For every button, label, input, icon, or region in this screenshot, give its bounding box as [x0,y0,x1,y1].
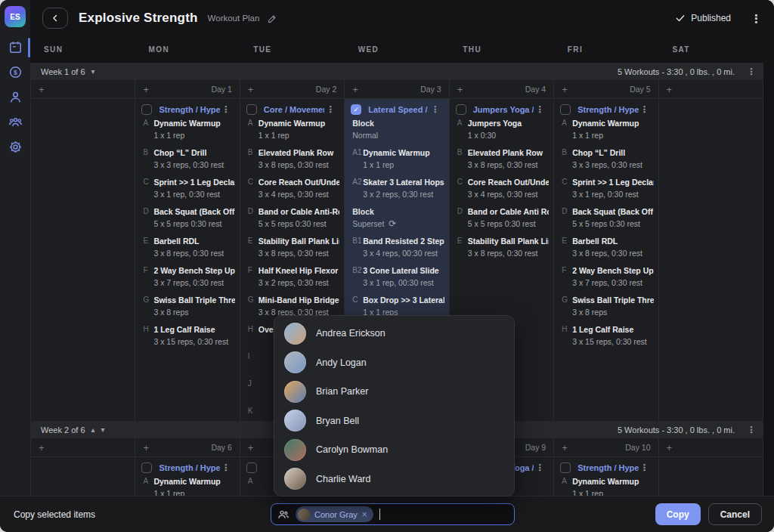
exercise-row[interactable]: AJumpers Yoga1 x 0:30 [450,118,549,141]
add-workout-icon[interactable]: + [667,443,673,453]
block-mode: Normal [352,131,444,141]
add-workout-icon[interactable]: + [667,85,673,94]
exercise-row[interactable]: ADynamic Warmup1 x 1 rep [135,118,234,141]
exercise-row[interactable]: ADynamic Warmup1 x 1 rep [240,118,339,141]
workout-checkbox[interactable] [560,462,571,473]
remove-chip-icon[interactable]: × [362,510,367,519]
back-button[interactable] [42,8,68,29]
workout-card[interactable]: Strength / Hypertro...⋮ADynamic Warmup1 … [135,457,239,496]
add-workout-icon[interactable]: + [562,443,568,453]
teams-icon[interactable] [5,113,26,131]
athlete-option[interactable]: Andy Logan [274,348,514,378]
settings-icon[interactable] [5,138,26,156]
workout-menu-icon[interactable]: ⋮ [534,463,546,472]
selected-athlete-chip[interactable]: Conor Gray × [296,506,373,522]
exercise-row[interactable]: EBarbell RDL3 x 8 reps, 0:30 rest [554,236,653,258]
exercise-row[interactable]: B23 Cone Lateral Slide3 x 1 rep, 00:30 r… [345,265,444,288]
workout-menu-icon[interactable]: ⋮ [324,105,336,114]
workout-card[interactable]: Jumpers Yoga / Core⋮AJumpers Yoga1 x 0:3… [450,99,553,270]
workout-checkbox[interactable] [141,462,152,473]
exercise-row[interactable]: H1 Leg Calf Raise3 x 15 reps, 0:30 rest [554,324,653,347]
workout-card[interactable]: Strength / Hypertro...⋮ADynamic Warmup1 … [135,99,239,358]
published-status[interactable]: Published [675,13,731,23]
week-2-menu-icon[interactable]: ⋮ [747,425,756,435]
workout-menu-icon[interactable]: ⋮ [220,105,232,114]
exercise-detail: 3 x 1 rep, 0:30 rest [572,190,653,200]
chevron-down-icon[interactable]: ▾ [101,426,105,434]
header-menu-icon[interactable]: ⋮ [751,13,762,24]
chevron-up-icon[interactable]: ▴ [91,426,95,434]
exercise-row[interactable]: CCore Reach Out/Under3 x 4 reps, 0:30 re… [450,177,549,200]
edit-title-icon[interactable] [268,14,277,23]
add-workout-icon[interactable]: + [352,85,358,94]
workout-menu-icon[interactable]: ⋮ [220,463,232,472]
workout-checkbox[interactable] [141,104,152,115]
athlete-option[interactable]: Bryan Bell [274,407,514,436]
exercise-row[interactable]: CSprint >> 1 Leg Declarations3 x 1 rep, … [135,177,234,200]
exercise-row[interactable]: A1Dynamic Warmup1 x 1 rep [345,147,444,170]
exercise-row[interactable]: EBarbell RDL3 x 8 reps, 0:30 rest [135,236,234,258]
workout-menu-icon[interactable]: ⋮ [534,105,546,114]
workout-menu-icon[interactable]: ⋮ [639,105,651,114]
exercise-row[interactable]: DBack Squat (Back Off Set)5 x 5 reps 0:3… [554,206,653,229]
week-1-label[interactable]: Week 1 of 6 [41,67,85,76]
exercise-row[interactable]: DBack Squat (Back Off Set)5 x 5 reps 0:3… [135,206,234,229]
exercise-row[interactable]: EStability Ball Plank Linear ...3 x 8 re… [450,236,549,258]
exercise-row[interactable]: BChop “L” Drill3 x 3 reps, 0:30 rest [554,147,653,170]
workout-card[interactable]: Strength / Hypertro...⋮ADynamic Warmup1 … [554,457,658,496]
calendar-icon[interactable] [5,38,26,56]
exercise-row[interactable]: A2Skater 3 Lateral Hops >> ...3 x 2 reps… [345,177,444,200]
exercise-row[interactable]: BElevated Plank Row3 x 8 reps, 0:30 rest [450,147,549,170]
exercise-detail: 5 x 5 reps 0:30 rest [259,219,339,229]
chevron-down-icon[interactable]: ▾ [91,68,95,76]
exercise-row[interactable]: ADynamic Warmup1 x 1 rep [554,118,653,141]
athlete-search-input[interactable]: Conor Gray × [271,503,515,525]
exercise-row[interactable]: GMini-Band Hip Bridge w/ ...3 x 8 reps, … [240,295,339,317]
exercise-row[interactable]: B1Band Resisted 2 Step Late...3 x 4 reps… [345,236,444,258]
workout-checkbox[interactable] [560,104,571,115]
exercise-row[interactable]: GSwiss Ball Triple Threat3 x 8 reps [135,295,234,317]
exercise-row[interactable]: BElevated Plank Row3 x 8 reps, 0:30 rest [240,147,339,170]
week-1-menu-icon[interactable]: ⋮ [747,67,756,76]
copy-button[interactable]: Copy [655,503,701,525]
exercise-row[interactable]: CBox Drop >> 3 Lateral H...1 x 1 reps [345,295,444,317]
workout-checkbox[interactable] [456,104,466,115]
add-workout-icon[interactable]: + [143,443,149,453]
athlete-option[interactable]: Carolyn Bowman [274,435,514,465]
add-workout-icon[interactable]: + [562,85,568,94]
exercise-row[interactable]: H1 Leg Calf Raise3 x 15 reps, 0:30 rest [135,324,234,347]
exercise-row[interactable]: GSwiss Ball Triple Threat3 x 8 reps [554,295,653,317]
exercise-row[interactable]: ADynamic Warmup1 x 1 rep [554,476,653,496]
exercise-row[interactable]: FHalf Kneel Hip Flexor Rais...3 x 2 reps… [240,265,339,288]
add-workout-icon[interactable]: + [143,85,149,94]
exercise-row[interactable]: CSprint >> 1 Leg Declarations3 x 1 rep, … [554,177,653,200]
athlete-option[interactable]: Charlie Ward [274,465,514,494]
exercise-row[interactable]: EStability Ball Plank Linear ...3 x 8 re… [240,236,339,258]
week-2-label[interactable]: Week 2 of 6 [41,425,85,435]
day-label: Day 3 [420,85,441,94]
team-logo[interactable]: ES [5,6,26,27]
exercise-row[interactable]: F2 Way Bench Step Up3 x 7 reps, 0:30 res… [135,265,234,288]
add-workout-icon[interactable]: + [39,85,45,94]
add-workout-icon[interactable]: + [39,443,45,453]
add-workout-icon[interactable]: + [248,443,254,453]
cancel-button[interactable]: Cancel [708,503,762,525]
add-workout-icon[interactable]: + [248,85,254,94]
athlete-option[interactable]: Brian Parker [274,377,514,407]
workout-checkbox[interactable] [246,462,257,473]
workout-menu-icon[interactable]: ⋮ [639,463,651,472]
exercise-row[interactable]: BChop “L” Drill3 x 3 reps, 0:30 rest [135,147,234,170]
exercise-row[interactable]: F2 Way Bench Step Up3 x 7 reps, 0:30 res… [554,265,653,288]
workout-menu-icon[interactable]: ⋮ [429,105,441,114]
billing-icon[interactable]: $ [5,63,26,81]
athlete-icon[interactable] [5,88,26,106]
workout-checkbox[interactable]: ✓ [351,104,361,115]
workout-checkbox[interactable] [246,104,257,115]
workout-card[interactable]: Strength / Hypertro...⋮ADynamic Warmup1 … [554,99,658,358]
exercise-row[interactable]: DBand or Cable Anti Rotati...5 x 5 reps … [450,206,549,229]
exercise-row[interactable]: ADynamic Warmup1 x 1 rep [135,476,234,496]
exercise-row[interactable]: DBand or Cable Anti-Rotati...5 x 5 reps … [240,206,339,229]
athlete-option[interactable]: Andrea Erickson [274,319,514,348]
exercise-row[interactable]: CCore Reach Out/Under3 x 4 reps, 0:30 re… [240,177,339,200]
add-workout-icon[interactable]: + [457,85,463,94]
